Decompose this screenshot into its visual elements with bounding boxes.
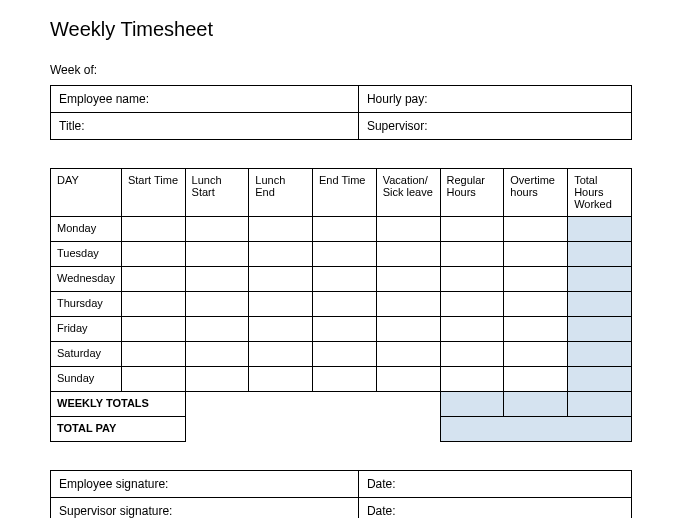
data-cell — [376, 342, 440, 367]
data-cell — [440, 267, 504, 292]
table-row: Thursday — [51, 292, 632, 317]
employee-info-table: Employee name: Hourly pay: Title: Superv… — [50, 85, 632, 140]
data-cell — [504, 342, 568, 367]
data-cell — [185, 367, 249, 392]
data-cell — [249, 367, 313, 392]
weekly-totals-label: WEEKLY TOTALS — [51, 392, 186, 417]
supervisor-signature-cell: Supervisor signature: — [51, 498, 359, 519]
header-day: DAY — [51, 169, 122, 217]
data-cell — [313, 317, 377, 342]
header-end-time: End Time — [313, 169, 377, 217]
data-cell — [376, 242, 440, 267]
data-cell — [313, 342, 377, 367]
title-cell: Title: — [51, 113, 359, 140]
timesheet-table: DAY Start Time Lunch Start Lunch End End… — [50, 168, 632, 442]
table-row: Saturday — [51, 342, 632, 367]
supervisor-cell: Supervisor: — [358, 113, 631, 140]
data-cell — [185, 342, 249, 367]
day-cell: Wednesday — [51, 267, 122, 292]
data-cell — [376, 317, 440, 342]
total-pay-row: TOTAL PAY — [51, 417, 632, 442]
table-row: Tuesday — [51, 242, 632, 267]
total-cell — [568, 217, 632, 242]
data-cell — [249, 342, 313, 367]
table-row: Monday — [51, 217, 632, 242]
data-cell — [376, 367, 440, 392]
hourly-pay-cell: Hourly pay: — [358, 86, 631, 113]
header-vacation-sick: Vacation/ Sick leave — [376, 169, 440, 217]
total-cell — [568, 242, 632, 267]
weekly-totals-row: WEEKLY TOTALS — [51, 392, 632, 417]
data-cell — [121, 242, 185, 267]
supervisor-signature-date-cell: Date: — [358, 498, 631, 519]
data-cell — [121, 217, 185, 242]
data-cell — [504, 217, 568, 242]
data-cell — [313, 242, 377, 267]
data-cell — [504, 267, 568, 292]
day-cell: Tuesday — [51, 242, 122, 267]
data-cell — [376, 292, 440, 317]
total-cell — [568, 317, 632, 342]
data-cell — [249, 217, 313, 242]
weekly-total-cell — [504, 392, 568, 417]
data-cell — [185, 292, 249, 317]
employee-signature-date-cell: Date: — [358, 471, 631, 498]
total-pay-cell — [440, 417, 631, 442]
data-cell — [249, 242, 313, 267]
header-lunch-start: Lunch Start — [185, 169, 249, 217]
data-cell — [504, 367, 568, 392]
table-row: Wednesday — [51, 267, 632, 292]
weekly-total-cell — [568, 392, 632, 417]
header-overtime-hours: Overtime hours — [504, 169, 568, 217]
header-total-hours: Total Hours Worked — [568, 169, 632, 217]
data-cell — [440, 292, 504, 317]
weekly-total-cell — [440, 392, 504, 417]
day-cell: Saturday — [51, 342, 122, 367]
total-cell — [568, 292, 632, 317]
data-cell — [313, 217, 377, 242]
day-cell: Sunday — [51, 367, 122, 392]
day-cell: Thursday — [51, 292, 122, 317]
signature-table: Employee signature: Date: Supervisor sig… — [50, 470, 632, 518]
table-row: Sunday — [51, 367, 632, 392]
data-cell — [249, 317, 313, 342]
data-cell — [249, 267, 313, 292]
data-cell — [121, 367, 185, 392]
data-cell — [440, 342, 504, 367]
data-cell — [440, 242, 504, 267]
data-cell — [504, 317, 568, 342]
data-cell — [504, 292, 568, 317]
data-cell — [376, 217, 440, 242]
employee-name-cell: Employee name: — [51, 86, 359, 113]
day-cell: Monday — [51, 217, 122, 242]
data-cell — [185, 242, 249, 267]
total-cell — [568, 267, 632, 292]
day-cell: Friday — [51, 317, 122, 342]
data-cell — [185, 317, 249, 342]
data-cell — [440, 367, 504, 392]
data-cell — [440, 317, 504, 342]
data-cell — [185, 217, 249, 242]
data-cell — [440, 217, 504, 242]
employee-signature-cell: Employee signature: — [51, 471, 359, 498]
data-cell — [121, 342, 185, 367]
total-cell — [568, 342, 632, 367]
total-cell — [568, 367, 632, 392]
data-cell — [121, 317, 185, 342]
header-start-time: Start Time — [121, 169, 185, 217]
total-pay-label: TOTAL PAY — [51, 417, 186, 442]
page-title: Weekly Timesheet — [50, 18, 632, 41]
data-cell — [313, 367, 377, 392]
data-cell — [313, 267, 377, 292]
data-cell — [313, 292, 377, 317]
table-header-row: DAY Start Time Lunch Start Lunch End End… — [51, 169, 632, 217]
data-cell — [185, 267, 249, 292]
table-row: Friday — [51, 317, 632, 342]
data-cell — [504, 242, 568, 267]
data-cell — [121, 267, 185, 292]
week-of-label: Week of: — [50, 63, 632, 77]
data-cell — [249, 292, 313, 317]
data-cell — [376, 267, 440, 292]
data-cell — [121, 292, 185, 317]
header-regular-hours: Regular Hours — [440, 169, 504, 217]
